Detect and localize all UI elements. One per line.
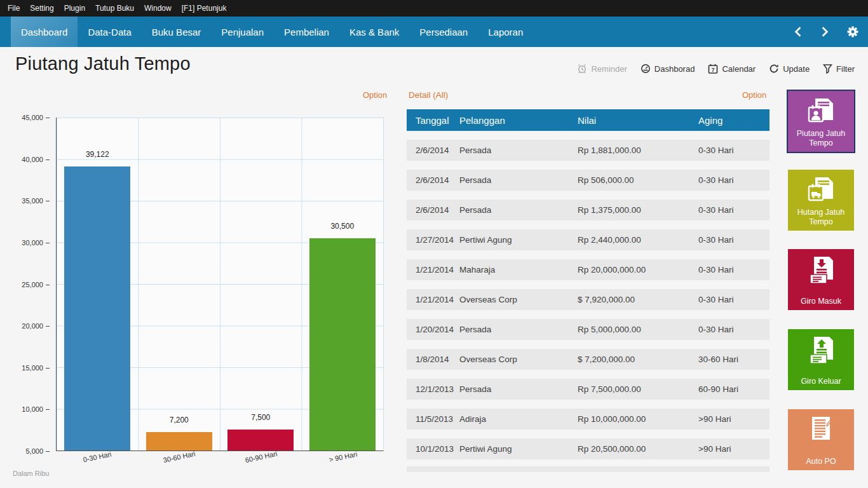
cell-customer: Persada (459, 325, 578, 334)
giro-out-icon (806, 336, 836, 370)
menu-petunjuk[interactable]: [F1] Petunjuk (182, 4, 227, 13)
cell-date: 2/6/2014 (407, 146, 459, 155)
cell-date: 1/21/2014 (407, 265, 459, 274)
menubar: File Setting Plugin Tutup Buku Window [F… (0, 0, 868, 17)
menu-setting[interactable]: Setting (30, 4, 53, 13)
gear-icon[interactable] (846, 25, 859, 38)
table-row[interactable]: 2/6/2014 Persada Rp 1,375,000.00 0-30 Ha… (407, 200, 770, 220)
filter-label: Filter (836, 64, 855, 74)
y-tick-label: 20,000 (22, 322, 43, 330)
tile-hutang-jatuh-tempo[interactable]: Hutang Jatuh Tempo (788, 170, 854, 231)
reminder-button[interactable]: Reminder (577, 64, 627, 74)
menu-file[interactable]: File (8, 4, 20, 13)
page-title: Piutang Jatuh Tempo (15, 53, 191, 74)
table-row[interactable]: 1/20/2014 Persada Rp 5,000,000.00 0-30 H… (407, 319, 770, 340)
y-tick-label: 35,000 (22, 197, 43, 205)
cell-date: 2/6/2014 (407, 175, 459, 185)
detail-option-link[interactable]: Option (742, 90, 766, 100)
cell-aging: >90 Hari (698, 444, 770, 454)
bar-column-0-30: 39,122 (57, 118, 139, 451)
y-tick-label: 10,000 (22, 405, 43, 413)
cell-aging: 0-30 Hari (698, 175, 770, 185)
tile-piutang-jatuh-tempo[interactable]: Piutang Jatuh Tempo (788, 91, 854, 152)
table-row[interactable]: 1/8/2014 Overseas Corp $ 7,200,000.00 30… (407, 349, 770, 370)
table-row[interactable]: 1/21/2014 Maharaja Rp 20,000,000.00 0-30… (407, 259, 770, 280)
column-header-tanggal: Tanggal (407, 115, 459, 126)
filter-button[interactable]: Filter (823, 64, 855, 74)
menu-plugin[interactable]: Plugin (64, 4, 85, 13)
payable-due-icon (806, 176, 836, 210)
y-tick-label: 45,000 (22, 114, 43, 121)
cell-date: 1/20/2014 (407, 325, 459, 334)
calendar-button[interactable]: 7 Calendar (708, 64, 756, 74)
x-tick-label: 0-30 Hari (82, 450, 112, 463)
bar-column-90plus: 30,500 (302, 118, 384, 451)
cell-value: $ 7,920,000.00 (578, 295, 698, 304)
cell-date: 2/6/2014 (407, 205, 459, 215)
tab-buku-besar[interactable]: Buku Besar (142, 17, 212, 47)
cell-date: 10/1/2013 (407, 444, 459, 454)
chevron-right-icon[interactable] (820, 26, 830, 37)
cell-aging: 0-30 Hari (698, 295, 770, 304)
menu-tutup-buku[interactable]: Tutup Buku (95, 4, 134, 13)
tab-pembelian[interactable]: Pembelian (274, 17, 339, 47)
header-toolbar: Reminder Dashborad 7 Calendar Update (577, 64, 855, 74)
chart-unit-note: Dalam Ribu (13, 470, 49, 477)
table-row[interactable]: 1/21/2014 Overseas Corp $ 7,920,000.00 0… (407, 289, 770, 310)
tab-penjualan[interactable]: Penjualan (211, 17, 274, 47)
menu-window[interactable]: Window (144, 4, 172, 13)
tab-persediaan[interactable]: Persediaan (409, 17, 478, 47)
receivable-due-icon (806, 97, 836, 132)
cell-date: 1/8/2014 (407, 355, 459, 364)
detail-table: Tanggal Pelanggan Nilai Aging 2/6/2014 P… (407, 109, 770, 472)
giro-in-icon (806, 255, 836, 290)
chevron-left-icon[interactable] (793, 26, 803, 37)
cell-aging: 0-30 Hari (698, 205, 770, 215)
update-button[interactable]: Update (769, 64, 810, 74)
cell-aging: 30-60 Hari (698, 355, 770, 364)
bar-value-label: 30,500 (330, 222, 354, 231)
y-tick-label: 40,000 (22, 156, 43, 163)
cell-customer: Overseas Corp (459, 355, 578, 364)
calendar-label: Calendar (722, 64, 756, 74)
tab-laporan[interactable]: Laporan (478, 17, 533, 47)
table-row[interactable]: 2/6/2014 Persada Rp 1,881,000.00 0-30 Ha… (407, 140, 770, 161)
bar-0-30-hari (64, 166, 130, 451)
update-label: Update (783, 64, 810, 74)
tile-label: Piutang Jatuh Tempo (797, 129, 845, 147)
cell-customer: Persada (459, 175, 578, 185)
bar-value-label: 39,122 (86, 150, 109, 159)
cell-value: Rp 5,000,000.00 (578, 325, 698, 334)
chart-y-axis: 5,00010,00015,00020,00025,00030,00035,00… (9, 118, 51, 451)
cell-customer: Maharaja (459, 265, 578, 274)
tab-kas-bank[interactable]: Kas & Bank (339, 17, 409, 47)
y-tick-label: 15,000 (22, 364, 43, 372)
table-row[interactable]: 2/6/2014 Persada Rp 506,000.00 0-30 Hari (407, 170, 770, 191)
calendar-icon: 7 (708, 64, 718, 74)
tab-dashboard[interactable]: Dashboard (11, 17, 78, 47)
tab-data-data[interactable]: Data-Data (78, 17, 141, 47)
cell-aging: 0-30 Hari (698, 265, 770, 274)
cell-aging: 0-30 Hari (698, 235, 770, 245)
dashboard-button[interactable]: Dashborad (641, 64, 695, 74)
navbar: Dashboard Data-Data Buku Besar Penjualan… (0, 17, 868, 47)
cell-customer: Persada (459, 205, 578, 215)
table-row[interactable]: 11/5/2013 Adiraja Rp 10,000,000.00 >90 H… (407, 409, 770, 430)
cell-value: Rp 7,500,000.00 (578, 384, 698, 394)
alarm-icon (577, 64, 587, 74)
tile-auto-po[interactable]: Auto PO (788, 409, 854, 470)
bar-value-label: 7,200 (170, 416, 189, 424)
cell-customer: Pertiwi Agung (459, 235, 578, 245)
table-row[interactable]: 1/27/2014 Pertiwi Agung Rp 2,440,000.00 … (407, 229, 770, 250)
cell-customer: Persada (459, 146, 578, 155)
tile-giro-masuk[interactable]: Giro Masuk (788, 249, 854, 310)
tile-label: Hutang Jatuh Tempo (797, 208, 844, 226)
cell-customer: Pertiwi Agung (459, 444, 578, 454)
tile-giro-keluar[interactable]: Giro Keluar (788, 329, 854, 390)
table-row[interactable]: 10/1/2013 Pertiwi Agung Rp 20,500,000.00… (407, 438, 770, 459)
y-tick-label: 25,000 (22, 281, 43, 288)
dashboard-label: Dashborad (654, 64, 695, 74)
table-row[interactable]: 12/1/2013 Persada Rp 7,500,000.00 60-90 … (407, 379, 770, 400)
chart-option-link[interactable]: Option (363, 90, 387, 100)
cell-value: Rp 20,500,000.00 (578, 444, 698, 454)
